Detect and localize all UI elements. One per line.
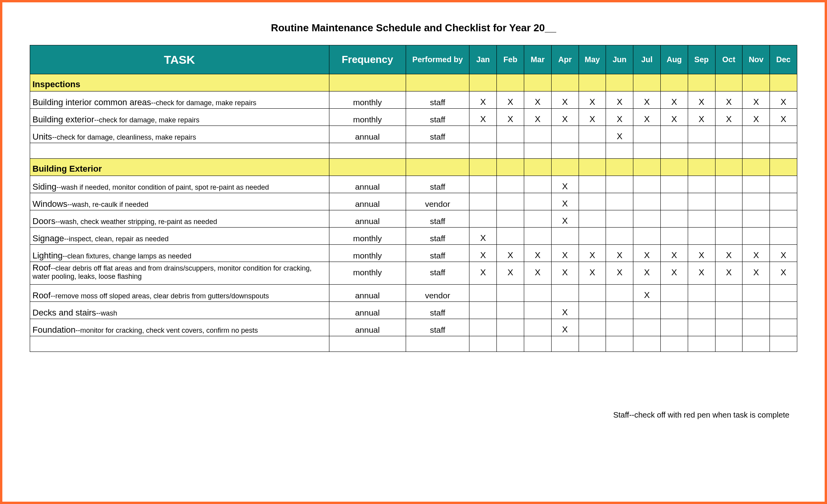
- month-cell: [579, 228, 606, 245]
- task-main: Building exterior: [32, 115, 94, 124]
- month-cell: [606, 228, 633, 245]
- frequency-cell: annual: [329, 193, 406, 210]
- table-header: TASK Frequency Performed by Jan Feb Mar …: [30, 45, 797, 74]
- month-cell: [633, 319, 661, 336]
- section-blank: [329, 74, 406, 91]
- month-cell: [551, 228, 579, 245]
- month-cell: [551, 126, 579, 143]
- task-desc: --clear debris off flat areas and from d…: [32, 264, 311, 280]
- empty-cell: [606, 336, 633, 352]
- month-cell: [715, 285, 743, 302]
- month-cell: [688, 210, 715, 228]
- section-blank: [524, 159, 552, 176]
- month-cell: [660, 210, 688, 228]
- month-cell: X: [469, 91, 497, 109]
- month-cell: X: [469, 109, 497, 126]
- empty-cell: [606, 143, 633, 159]
- month-cell: [715, 319, 743, 336]
- header-month: Apr: [551, 45, 579, 74]
- month-cell: [579, 319, 606, 336]
- month-cell: X: [551, 109, 579, 126]
- header-month: May: [579, 45, 606, 74]
- month-cell: X: [524, 262, 552, 285]
- month-cell: X: [743, 109, 770, 126]
- month-cell: [715, 126, 743, 143]
- month-cell: X: [606, 245, 633, 262]
- empty-cell: [715, 336, 743, 352]
- frequency-cell: monthly: [329, 245, 406, 262]
- task-main: Doors: [32, 216, 56, 226]
- month-cell: X: [770, 262, 797, 285]
- empty-cell: [743, 143, 770, 159]
- month-cell: X: [715, 262, 743, 285]
- month-cell: [606, 319, 633, 336]
- month-cell: [606, 210, 633, 228]
- performed-by-cell: staff: [406, 319, 469, 336]
- month-cell: [660, 176, 688, 193]
- month-cell: X: [606, 262, 633, 285]
- section-blank: [406, 159, 469, 176]
- section-blank: [497, 74, 524, 91]
- empty-cell: [497, 143, 524, 159]
- month-cell: [633, 302, 661, 319]
- footnote: Staff--check off with red pen when task …: [613, 411, 789, 420]
- performed-by-cell: staff: [406, 210, 469, 228]
- month-cell: [579, 210, 606, 228]
- month-cell: [551, 285, 579, 302]
- empty-cell: [551, 143, 579, 159]
- empty-cell: [770, 336, 797, 352]
- task-main: Signage: [32, 233, 64, 243]
- empty-cell: [30, 143, 329, 159]
- month-cell: [688, 126, 715, 143]
- month-cell: X: [715, 91, 743, 109]
- section-blank: [606, 74, 633, 91]
- table-row: Building exterior--check for damage, mak…: [30, 109, 797, 126]
- month-cell: X: [551, 262, 579, 285]
- month-cell: [743, 176, 770, 193]
- header-month: Mar: [524, 45, 552, 74]
- month-cell: [715, 228, 743, 245]
- empty-cell: [469, 143, 497, 159]
- month-cell: X: [660, 245, 688, 262]
- section-blank: [497, 159, 524, 176]
- task-main: Siding: [32, 182, 56, 192]
- month-cell: X: [551, 319, 579, 336]
- month-cell: [606, 193, 633, 210]
- month-cell: [715, 193, 743, 210]
- month-cell: [497, 302, 524, 319]
- task-desc: --check for damage, cleanliness, make re…: [52, 133, 196, 141]
- performed-by-cell: staff: [406, 262, 469, 285]
- header-frequency: Frequency: [329, 45, 406, 74]
- task-desc: --wash, re-caulk if needed: [67, 201, 148, 208]
- month-cell: X: [688, 109, 715, 126]
- month-cell: X: [579, 262, 606, 285]
- month-cell: X: [551, 91, 579, 109]
- empty-cell: [715, 143, 743, 159]
- month-cell: X: [551, 193, 579, 210]
- section-blank: [551, 159, 579, 176]
- month-cell: X: [770, 109, 797, 126]
- month-cell: [633, 193, 661, 210]
- month-cell: X: [579, 91, 606, 109]
- task-main: Decks and stairs: [32, 308, 96, 317]
- month-cell: [606, 302, 633, 319]
- section-blank: [688, 74, 715, 91]
- empty-cell: [524, 336, 552, 352]
- month-cell: [469, 319, 497, 336]
- task-desc: --clean fixtures, change lamps as needed: [63, 252, 191, 260]
- document-frame: Routine Maintenance Schedule and Checkli…: [0, 0, 827, 504]
- month-cell: [606, 285, 633, 302]
- month-cell: [497, 126, 524, 143]
- month-cell: X: [743, 245, 770, 262]
- section-blank: [406, 74, 469, 91]
- empty-cell: [633, 336, 661, 352]
- performed-by-cell: staff: [406, 228, 469, 245]
- task-main: Foundation: [32, 325, 76, 335]
- month-cell: [497, 285, 524, 302]
- month-cell: X: [606, 109, 633, 126]
- task-cell: Windows--wash, re-caulk if needed: [30, 193, 329, 210]
- frequency-cell: annual: [329, 126, 406, 143]
- table-row: Lighting--clean fixtures, change lamps a…: [30, 245, 797, 262]
- section-blank: [660, 159, 688, 176]
- month-cell: [497, 319, 524, 336]
